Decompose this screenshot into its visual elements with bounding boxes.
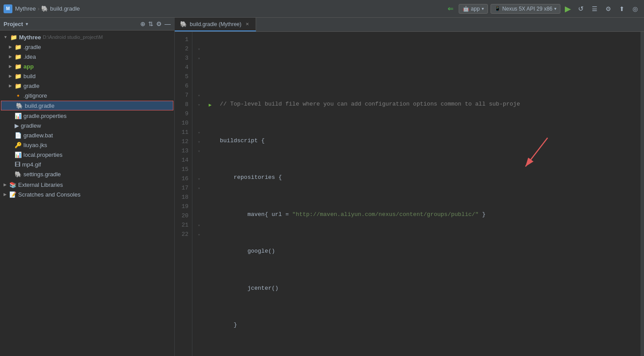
gutter-3[interactable]: ▿ — [192, 54, 206, 63]
tab-build-gradle[interactable]: 🐘 build.gradle (Mythree) ✕ — [175, 18, 256, 31]
device-icon: 📱 — [494, 6, 501, 11]
refresh-button[interactable]: ↺ — [575, 3, 586, 15]
vcs-button[interactable]: ⬆ — [617, 4, 627, 14]
gutter-20 — [192, 212, 206, 221]
folder-icon-build: 📁 — [15, 73, 22, 80]
ind-14 — [206, 156, 215, 165]
sidebar-item-external-libs[interactable]: ▶ 📚 External Libraries — [0, 180, 174, 189]
gutter-15 — [192, 165, 206, 174]
device-dropdown[interactable]: 📱 Nexus 5X API 29 x86 ▾ — [491, 4, 560, 14]
mp4-label: mp4.gif — [22, 161, 41, 168]
build-label: build — [23, 73, 35, 80]
app-logo: M — [4, 4, 12, 13]
idea-label: .idea — [23, 53, 36, 60]
ind-8[interactable]: ▶ — [206, 100, 215, 110]
sidebar-item-local-properties[interactable]: ▶ 📊 local.properties — [0, 150, 174, 159]
ind-9 — [206, 110, 215, 119]
gradlew-bat-label: gradlew.bat — [23, 132, 53, 139]
expand-arrow-idea: ▶ — [9, 54, 12, 59]
code-line-6: jcenter() — [220, 284, 635, 293]
gutter-17[interactable]: ▿ — [192, 184, 206, 193]
folder-icon-app: 📁 — [15, 63, 22, 70]
ind-13 — [206, 147, 215, 156]
run-button[interactable]: ▶ — [563, 3, 573, 15]
liuyao-icon: 🔑 — [15, 142, 22, 148]
line-6-text: jcenter() — [220, 284, 279, 293]
gutter-11[interactable]: ▿ — [192, 128, 206, 137]
sidebar-item-gitignore[interactable]: ▶ 🔸 .gitignore — [0, 91, 174, 100]
sync-icon[interactable]: ⇅ — [148, 20, 153, 27]
gutter-18 — [192, 193, 206, 202]
code-content[interactable]: // Top-level build file where you can ad… — [215, 32, 640, 356]
sidebar-item-liuyao[interactable]: ▶ 🔑 liuyao.jks — [0, 140, 174, 150]
run-line-indicator[interactable]: ▶ — [209, 102, 212, 108]
sidebar-item-build-gradle[interactable]: ▶ 🐘 build.gradle — [1, 101, 173, 110]
vertical-scrollbar[interactable] — [640, 32, 644, 356]
settings-gradle-label: settings.gradle — [23, 171, 61, 178]
gradle-hidden-label: .gradle — [23, 44, 41, 50]
sidebar-item-gradle-properties[interactable]: ▶ 📊 gradle.properties — [0, 111, 174, 121]
gitignore-label: .gitignore — [23, 92, 47, 99]
gradle-projects-button[interactable]: ☰ — [589, 4, 600, 14]
ind-4 — [206, 63, 215, 72]
chevron-down-icon-sidebar[interactable]: ▾ — [26, 21, 28, 27]
local-properties-label: local.properties — [23, 151, 62, 158]
ind-5 — [206, 72, 215, 82]
sidebar-item-scratches[interactable]: ▶ 📝 Scratches and Consoles — [0, 189, 174, 199]
gutter-8[interactable]: ▿ — [192, 100, 206, 110]
sidebar-item-gradle-hidden[interactable]: ▶ 📁 .gradle — [0, 42, 174, 52]
mythree-path: D:\Android studio_project\M — [43, 34, 103, 40]
gutter-4 — [192, 63, 206, 72]
ind-18 — [206, 193, 215, 202]
code-editor[interactable]: 1 2 3 4 5 6 7 8 9 10 11 12 13 14 15 16 1… — [175, 32, 644, 356]
ext-libs-icon: 📚 — [9, 182, 16, 188]
sidebar-item-gradlew[interactable]: ▶ ▶ gradlew — [0, 121, 174, 130]
sidebar-item-settings-gradle[interactable]: ▶ 🐘 settings.gradle — [0, 169, 174, 179]
sidebar-item-mp4gif[interactable]: ▶ 🎞 mp4.gif — [0, 159, 174, 169]
line-5-text: google() — [220, 247, 275, 256]
gutter-2[interactable]: ▿ — [192, 45, 206, 54]
sidebar-item-mythree[interactable]: ▼ 📁 Mythree D:\Android studio_project\M — [0, 32, 174, 42]
expand-arrow-mythree: ▼ — [4, 35, 8, 39]
fold-gutter: ▿ ▿ ▿ ▿ ▿ ▿ ▿ ▿ ▿ ▿ ▿ — [192, 32, 206, 356]
android-icon: 🤖 — [463, 6, 469, 12]
extra-button[interactable]: ◎ — [630, 4, 640, 14]
sidebar-item-gradlew-bat[interactable]: ▶ 📄 gradlew.bat — [0, 130, 174, 140]
tab-label: build.gradle (Mythree) — [190, 21, 242, 27]
tab-close-button[interactable]: ✕ — [244, 21, 250, 27]
expand-arrow-app: ▶ — [9, 64, 12, 68]
line-numbers: 1 2 3 4 5 6 7 8 9 10 11 12 13 14 15 16 1… — [175, 32, 192, 356]
line-4-pre: maven{ url = — [220, 210, 292, 220]
sidebar: Project ▾ ⊕ ⇅ ⚙ — ▼ 📁 Mythree D:\Android… — [0, 18, 175, 356]
breadcrumb-file[interactable]: build.gradle — [50, 5, 80, 12]
gutter-22[interactable]: ▿ — [192, 230, 206, 239]
gutter-21[interactable]: ▿ — [192, 221, 206, 230]
gutter-13[interactable]: ▿ — [192, 147, 206, 156]
line-3-text: repositories { — [220, 173, 282, 182]
breadcrumb-project[interactable]: Mythree — [15, 5, 36, 12]
ind-20 — [206, 212, 215, 221]
gradle-properties-label: gradle.properties — [23, 113, 67, 119]
gutter-16[interactable]: ▿ — [192, 174, 206, 184]
gutter-12[interactable]: ▿ — [192, 137, 206, 147]
expand-arrow-build: ▶ — [9, 74, 12, 78]
line-2-text: buildscript { — [220, 136, 264, 146]
settings-button[interactable]: ⚙ — [603, 4, 614, 14]
gear-icon[interactable]: ⚙ — [156, 20, 162, 27]
breadcrumb-separator: › — [38, 5, 39, 12]
gutter-7[interactable]: ▿ — [192, 91, 206, 100]
editor-area: 🐘 build.gradle (Mythree) ✕ 1 2 3 4 5 6 7… — [175, 18, 644, 356]
main-layout: Project ▾ ⊕ ⇅ ⚙ — ▼ 📁 Mythree D:\Android… — [0, 18, 644, 356]
minimize-icon[interactable]: — — [165, 20, 171, 27]
sidebar-item-gradle[interactable]: ▶ 📁 gradle — [0, 81, 174, 91]
chevron-down-icon: ▾ — [482, 6, 484, 11]
gradle-label: gradle — [23, 83, 39, 89]
gutter-6 — [192, 82, 206, 91]
add-icon[interactable]: ⊕ — [140, 20, 146, 27]
sidebar-item-build[interactable]: ▶ 📁 build — [0, 71, 174, 81]
app-configuration-dropdown[interactable]: 🤖 app ▾ — [459, 4, 488, 14]
ind-15 — [206, 165, 215, 174]
vcs-update-button[interactable]: ⇐ — [445, 3, 456, 15]
sidebar-item-app[interactable]: ▶ 📁 app — [0, 61, 174, 71]
sidebar-item-idea[interactable]: ▶ 📁 .idea — [0, 52, 174, 61]
